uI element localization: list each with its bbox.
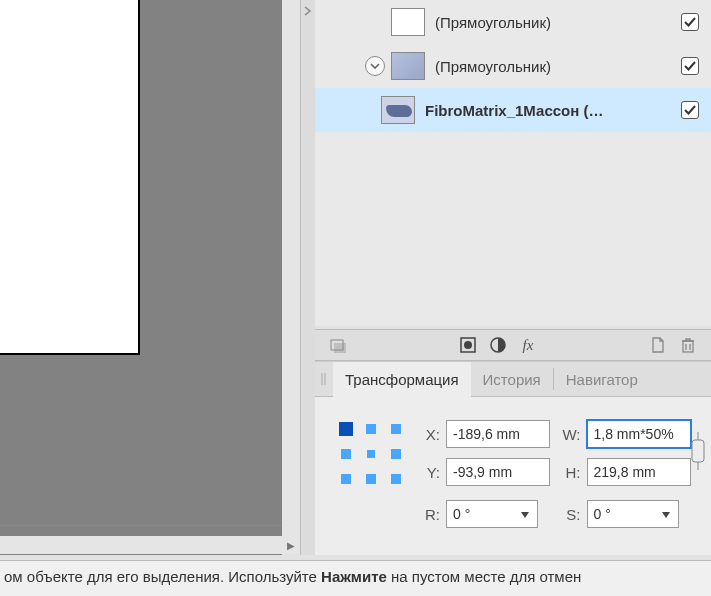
chevron-right-icon (303, 6, 313, 16)
s-label: S: (561, 506, 587, 523)
new-layer-icon[interactable] (645, 332, 671, 358)
selection-guideline (0, 525, 283, 526)
anchor-selector[interactable] (339, 422, 401, 484)
shear-input[interactable]: 0 ° (587, 500, 679, 528)
blend-mode-icon[interactable] (325, 332, 351, 358)
layers-panel: (Прямоугольник) (Прямоугольник) FibroMat… (315, 0, 711, 326)
anchor-point[interactable] (341, 449, 351, 459)
lock-aspect-icon[interactable] (689, 423, 707, 479)
scrollbar-vertical[interactable] (282, 0, 300, 536)
anchor-point[interactable] (366, 474, 376, 484)
rotation-input[interactable]: 0 ° (446, 500, 538, 528)
w-label: W: (561, 426, 587, 443)
svg-rect-5 (683, 341, 693, 352)
adjustment-icon[interactable] (485, 332, 511, 358)
chevron-down-icon (370, 61, 380, 71)
tab-history[interactable]: История (471, 362, 553, 396)
panel-tabs: Трансформация История Навигатор (315, 361, 711, 397)
status-text: ом объекте для его выделения. Используйт… (4, 568, 321, 585)
anchor-point[interactable] (339, 422, 353, 436)
expand-toggle[interactable] (365, 56, 385, 76)
layer-name: (Прямоугольник) (435, 58, 671, 75)
layer-thumbnail (391, 52, 425, 80)
anchor-point[interactable] (391, 474, 401, 484)
transform-panel: X: -189,6 mm W: 1,8 mm*50% Y: -93,9 mm H… (315, 397, 711, 555)
status-bar: ом объекте для его выделения. Используйт… (0, 560, 711, 596)
h-label: H: (561, 464, 587, 481)
x-label: X: (420, 426, 446, 443)
svg-point-3 (464, 341, 472, 349)
w-input[interactable]: 1,8 mm*50% (587, 420, 691, 448)
scrollbar-horizontal[interactable]: ▶ (0, 536, 300, 554)
document-page[interactable] (0, 0, 140, 355)
panel-collapse-grip[interactable] (301, 0, 315, 555)
layer-name: FibroMatrix_1Массон (… (425, 102, 671, 119)
layer-visibility-checkbox[interactable] (681, 13, 699, 31)
svg-rect-1 (334, 343, 346, 353)
tab-transform[interactable]: Трансформация (333, 362, 471, 396)
anchor-point[interactable] (391, 424, 401, 434)
fx-icon[interactable]: fx (515, 332, 541, 358)
anchor-point[interactable] (341, 474, 351, 484)
y-label: Y: (420, 464, 446, 481)
trash-icon[interactable] (675, 332, 701, 358)
layer-visibility-checkbox[interactable] (681, 101, 699, 119)
tab-navigator[interactable]: Навигатор (554, 362, 650, 396)
layer-name: (Прямоугольник) (435, 14, 671, 31)
layer-thumbnail (391, 8, 425, 36)
anchor-point[interactable] (366, 424, 376, 434)
anchor-point[interactable] (367, 450, 375, 458)
layers-toolbar: fx (315, 329, 711, 361)
h-input[interactable]: 219,8 mm (587, 458, 691, 486)
check-icon (684, 60, 696, 72)
check-icon (684, 104, 696, 116)
canvas-area[interactable] (0, 0, 282, 555)
r-label: R: (420, 506, 446, 523)
status-text-bold: Нажмите (321, 568, 387, 585)
layer-thumbnail (381, 96, 415, 124)
status-text-2: на пустом месте для отмен (387, 568, 581, 585)
anchor-point[interactable] (391, 449, 401, 459)
x-input[interactable]: -189,6 mm (446, 420, 550, 448)
tabs-grip-icon[interactable] (315, 362, 333, 396)
layer-row[interactable]: FibroMatrix_1Массон (… (315, 88, 711, 132)
mask-icon[interactable] (455, 332, 481, 358)
scroll-right-arrow-icon[interactable]: ▶ (282, 536, 300, 554)
layer-visibility-checkbox[interactable] (681, 57, 699, 75)
y-input[interactable]: -93,9 mm (446, 458, 550, 486)
layer-row[interactable]: (Прямоугольник) (315, 0, 711, 44)
check-icon (684, 16, 696, 28)
layer-row[interactable]: (Прямоугольник) (315, 44, 711, 88)
